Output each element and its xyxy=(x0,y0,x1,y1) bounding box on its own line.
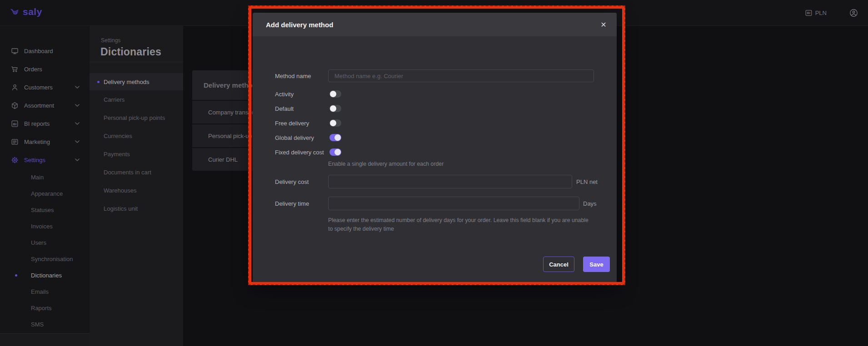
activity-toggle[interactable] xyxy=(329,90,341,98)
toggle-label: Default xyxy=(275,105,294,112)
add-delivery-method-modal: Add delivery method ✕ Method name Activi… xyxy=(253,13,617,284)
close-icon[interactable]: ✕ xyxy=(598,19,609,30)
save-button[interactable]: Save xyxy=(583,257,610,272)
cancel-button[interactable]: Cancel xyxy=(543,257,574,272)
global-delivery-toggle[interactable] xyxy=(329,134,341,141)
delivery-time-label: Delivery time xyxy=(275,200,309,207)
modal-title: Add delivery method xyxy=(266,13,333,36)
toggle-label: Free delivery xyxy=(275,120,309,127)
method-name-input[interactable] xyxy=(328,69,594,82)
delivery-cost-label: Delivery cost xyxy=(275,178,309,185)
delivery-time-hint: Please enter the estimated number of del… xyxy=(328,216,594,233)
delivery-cost-suffix: PLN net xyxy=(576,178,598,185)
toggle-knob xyxy=(330,91,336,97)
toggle-knob xyxy=(330,105,336,112)
toggle-knob xyxy=(334,149,341,155)
toggle-label: Global delivery xyxy=(275,134,314,141)
toggle-label: Activity xyxy=(275,91,294,98)
fixed-cost-hint: Enable a single delivery amount for each… xyxy=(328,160,444,168)
fixed-delivery-cost-toggle[interactable] xyxy=(329,148,341,156)
delivery-time-suffix: Days xyxy=(583,200,597,207)
delivery-cost-input[interactable] xyxy=(328,175,572,188)
toggle-label: Fixed delivery cost xyxy=(275,149,324,156)
default-toggle[interactable] xyxy=(329,105,341,112)
toggle-knob xyxy=(330,120,336,126)
modal-header: Add delivery method ✕ xyxy=(253,13,617,36)
app-root: saly Bi PLN Dashboa xyxy=(0,0,868,346)
free-delivery-toggle[interactable] xyxy=(329,119,341,127)
method-name-label: Method name xyxy=(275,73,311,79)
delivery-time-input[interactable] xyxy=(328,197,579,210)
toggle-knob xyxy=(334,134,341,141)
